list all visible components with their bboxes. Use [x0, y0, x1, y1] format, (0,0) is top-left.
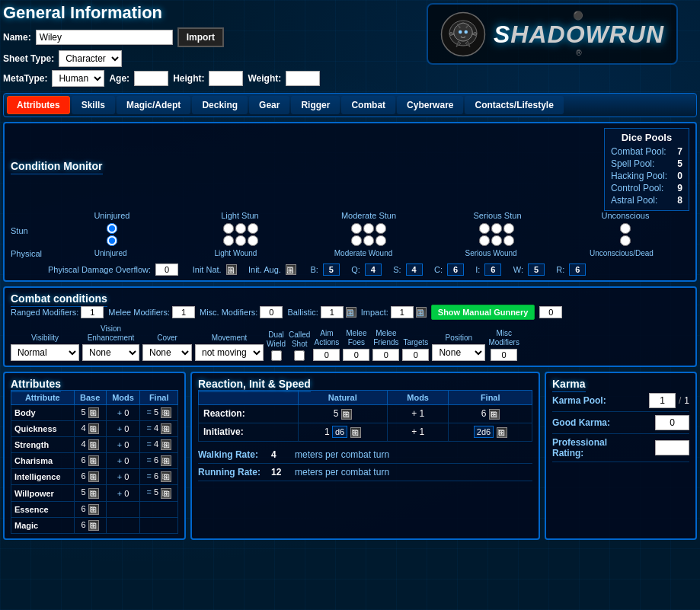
s-label: S:: [393, 265, 401, 274]
weight-input[interactable]: [286, 71, 320, 86]
attr-willpower-base-icon[interactable]: ⊞: [88, 488, 99, 499]
melee-foes-input[interactable]: [343, 349, 369, 361]
tab-attributes[interactable]: Attributes: [7, 96, 70, 114]
tab-combat[interactable]: Combat: [341, 96, 395, 114]
cover-select[interactable]: None Partial Full: [142, 344, 192, 361]
attr-charisma-final-icon[interactable]: ⊞: [161, 455, 171, 466]
attr-magic-final: [140, 517, 178, 533]
stun-unconscious[interactable]: [599, 223, 652, 234]
misc-input[interactable]: [260, 306, 283, 318]
attr-charisma-base-icon[interactable]: ⊞: [88, 455, 99, 466]
targets-input[interactable]: [402, 349, 429, 361]
attr-intelligence-base-icon[interactable]: ⊞: [88, 471, 99, 482]
weight-label: Weight:: [248, 73, 281, 84]
ballistic-icon[interactable]: ⊞: [346, 307, 356, 318]
attr-quickness-base-icon[interactable]: ⊞: [88, 423, 99, 434]
walking-value: 4: [271, 449, 290, 460]
stun-uninjured[interactable]: [85, 223, 139, 234]
initiative-nat-icon[interactable]: ⊞: [350, 427, 361, 438]
good-karma-input[interactable]: [655, 415, 689, 430]
control-pool-label: Control Pool:: [611, 183, 663, 193]
attr-body-base-icon[interactable]: ⊞: [88, 407, 99, 418]
tab-gear[interactable]: Gear: [249, 96, 289, 114]
reaction-final-icon[interactable]: ⊞: [489, 409, 500, 420]
impact-field: Impact: ⊞: [361, 306, 427, 318]
misc-modifiers-col-label: MiscModifiers: [488, 329, 519, 347]
cover-col: Cover None Partial Full: [142, 334, 192, 361]
attr-strength-final-icon[interactable]: ⊞: [161, 439, 171, 450]
cm-uninjured-header: Uninjured: [85, 211, 139, 220]
name-input[interactable]: [36, 30, 173, 45]
visibility-select[interactable]: Normal Poor Fog Rain: [11, 344, 79, 361]
import-button[interactable]: Import: [177, 27, 224, 47]
damage-overflow-input[interactable]: [155, 263, 178, 276]
impact-label: Impact:: [361, 308, 388, 317]
tab-rigger[interactable]: Rigger: [291, 96, 340, 114]
attr-quickness-final-icon[interactable]: ⊞: [161, 423, 171, 434]
stun-light[interactable]: [214, 223, 267, 234]
phys-serious[interactable]: [470, 235, 523, 246]
attr-intelligence-final-icon[interactable]: ⊞: [161, 471, 171, 482]
init-aug-icon[interactable]: ⊞: [286, 264, 296, 275]
melee-friends-label: MeleeFriends: [373, 329, 398, 347]
height-input[interactable]: [209, 71, 243, 86]
show-gunnery-button[interactable]: Show Manual Gunnery: [431, 305, 535, 320]
gunnery-value-input[interactable]: [539, 306, 562, 318]
table-row: Quickness 4 ⊞ + 0 = 4 ⊞: [11, 421, 178, 437]
melee-friends-input[interactable]: [372, 349, 399, 361]
tab-cyberware[interactable]: Cyberware: [397, 96, 463, 114]
ranged-input[interactable]: [81, 306, 104, 318]
attributes-table: Attribute Base Mods Final Body 5 ⊞: [11, 390, 178, 534]
ballistic-input[interactable]: [321, 306, 344, 318]
tab-decking[interactable]: Decking: [192, 96, 248, 114]
phys-moderate[interactable]: [342, 235, 395, 246]
attr-body-mods-val: 0: [124, 408, 129, 417]
professional-rating-input[interactable]: [655, 440, 689, 455]
dual-wield-checkbox[interactable]: [271, 350, 282, 361]
attr-col-attribute: Attribute: [11, 391, 75, 405]
position-select[interactable]: None Prone Kneeling: [432, 344, 485, 361]
aim-actions-col: AimActions: [313, 329, 340, 361]
tab-magic-adept[interactable]: Magic/Adept: [117, 96, 190, 114]
aim-actions-label: AimActions: [314, 329, 339, 347]
attr-willpower-final: = 5 ⊞: [140, 485, 178, 501]
logo-text: ⚫ SHADOWRUN ®: [494, 11, 664, 57]
astral-pool-value: 8: [667, 195, 682, 206]
metatype-select[interactable]: Human Elf Dwarf Ork Troll: [52, 70, 104, 87]
attr-willpower-name: Willpower: [11, 485, 75, 501]
stun-moderate[interactable]: [342, 223, 395, 234]
attributes-title: Attributes: [11, 378, 61, 392]
attr-willpower-final-icon[interactable]: ⊞: [161, 488, 171, 499]
targets-col: Targets: [402, 338, 429, 361]
tab-contacts-lifestyle[interactable]: Contacts/Lifestyle: [465, 96, 563, 114]
reaction-nat-icon[interactable]: ⊞: [341, 409, 352, 420]
stun-serious[interactable]: [470, 223, 523, 234]
tab-skills[interactable]: Skills: [72, 96, 115, 114]
sheet-type-select[interactable]: Character Vehicle Spirit: [59, 50, 122, 67]
age-input[interactable]: [134, 71, 168, 86]
react-col-natural: Natural: [298, 391, 387, 405]
attr-essence-base-icon[interactable]: ⊞: [88, 504, 99, 515]
init-nat-icon[interactable]: ⊞: [226, 264, 237, 275]
melee-input[interactable]: [172, 306, 195, 318]
phys-light[interactable]: [214, 235, 267, 246]
react-col-label: [199, 391, 299, 405]
vision-select[interactable]: None Low Light Thermo Ultra: [82, 344, 139, 361]
table-row: Intelligence 6 ⊞ + 0 = 6 ⊞: [11, 469, 178, 485]
karma-pool-current-input[interactable]: [649, 393, 676, 408]
impact-input[interactable]: [391, 306, 414, 318]
attr-body-final-icon[interactable]: ⊞: [161, 407, 171, 418]
called-shot-checkbox[interactable]: [294, 350, 305, 361]
phys-uninjured[interactable]: [85, 235, 139, 246]
phys-dead[interactable]: [599, 235, 652, 246]
impact-icon[interactable]: ⊞: [416, 307, 427, 318]
movement-select[interactable]: not moving walking running: [195, 344, 264, 361]
aim-actions-input[interactable]: [313, 349, 340, 361]
misc-modifiers-col-input[interactable]: [491, 349, 517, 361]
karma-section: Karma Karma Pool: / 1 Good Karma: Profes…: [545, 372, 697, 540]
attr-strength-base-icon[interactable]: ⊞: [88, 439, 99, 450]
initiative-final-icon[interactable]: ⊞: [497, 427, 507, 438]
attr-body-base-val: 5: [82, 407, 86, 417]
reaction-section: Reaction, Init & Speed Natural Mods Fina…: [190, 372, 540, 540]
attr-magic-base-icon[interactable]: ⊞: [88, 520, 99, 531]
